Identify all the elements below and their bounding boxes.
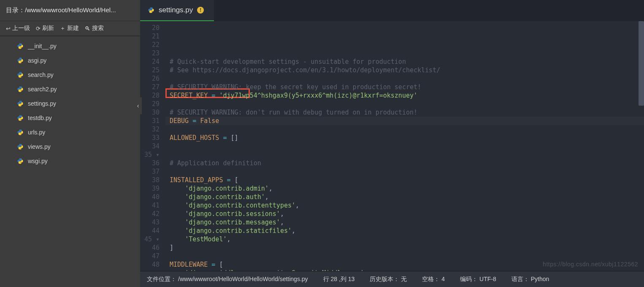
vertical-scrollbar[interactable] — [639, 21, 644, 106]
status-encoding[interactable]: 编码：UTF-8 — [460, 276, 496, 283]
code-line[interactable]: # Quick-start development settings - uns… — [165, 57, 644, 66]
python-icon — [17, 129, 24, 136]
status-language[interactable]: 语言：Python — [511, 276, 549, 283]
code-line[interactable]: # SECURITY WARNING: keep the secret key … — [165, 83, 644, 91]
code-line[interactable] — [165, 142, 644, 150]
code-line[interactable]: 'django.contrib.messages', — [165, 218, 644, 227]
status-indent[interactable]: 空格：4 — [422, 276, 445, 283]
new-label: 新建 — [67, 25, 79, 32]
status-history[interactable]: 历史版本：无 — [370, 276, 407, 283]
code-line[interactable] — [165, 150, 644, 159]
python-icon — [17, 115, 24, 121]
line-number: 24 — [140, 57, 160, 66]
file-item[interactable]: settings.py — [0, 96, 140, 111]
line-number: 44 — [140, 227, 160, 235]
file-name: wsgi.py — [28, 158, 48, 164]
code-line[interactable]: 'django.contrib.sessions', — [165, 210, 644, 218]
line-number: 25 — [140, 66, 160, 74]
line-number: 35 ▾ — [140, 150, 160, 159]
line-number: 34 — [140, 142, 160, 150]
python-icon — [17, 71, 24, 78]
code-line[interactable] — [165, 49, 644, 57]
line-number: 41 — [140, 201, 160, 210]
editor[interactable]: 20212223242526272829303132333435 ▾363738… — [140, 21, 644, 271]
search-label: 搜索 — [92, 25, 104, 32]
file-item[interactable]: testdb.py — [0, 111, 140, 125]
code-line[interactable]: ALLOWED_HOSTS = [] — [165, 134, 644, 142]
line-number: 22 — [140, 41, 160, 49]
python-icon — [148, 7, 154, 14]
code-line[interactable]: 'django.middleware.security.SecurityMidd… — [165, 269, 644, 271]
line-number: 32 — [140, 125, 160, 134]
python-icon — [17, 143, 24, 150]
line-number: 46 — [140, 243, 160, 252]
status-cursor: 行 28 ,列 13 — [323, 276, 355, 283]
code-area[interactable]: # Quick-start development settings - uns… — [165, 21, 644, 271]
file-list: __init__.pyasgi.pysearch.pysearch2.pyset… — [0, 36, 140, 287]
code-line[interactable]: # See https://docs.djangoproject.com/en/… — [165, 66, 644, 74]
code-line[interactable]: 'django.contrib.admin', — [165, 184, 644, 193]
up-label: 上一级 — [12, 25, 30, 32]
code-line[interactable] — [165, 125, 644, 134]
file-name: asgi.py — [28, 57, 46, 64]
refresh-icon: ⟳ — [36, 25, 41, 32]
editor-main: settings.py ! ‹ 202122232425262728293031… — [140, 0, 644, 287]
code-line[interactable]: 'django.contrib.staticfiles', — [165, 227, 644, 235]
code-line[interactable]: MIDDLEWARE = [ — [165, 260, 644, 269]
file-name: search2.py — [28, 86, 57, 93]
code-line[interactable]: SECRET_KEY = 'djy71wp54^hshgax9(y5+rxxx6… — [165, 91, 644, 100]
file-name: urls.py — [28, 129, 45, 136]
python-icon — [17, 158, 24, 164]
line-number: 26 — [140, 74, 160, 83]
file-item[interactable]: __init__.py — [0, 39, 140, 53]
line-gutter: 20212223242526272829303132333435 ▾363738… — [140, 21, 165, 271]
file-item[interactable]: urls.py — [0, 125, 140, 139]
code-line[interactable] — [165, 100, 644, 108]
file-name: search.py — [28, 71, 54, 78]
python-icon — [17, 100, 24, 107]
reply-icon: ↩ — [6, 25, 11, 32]
line-number: 48 — [140, 260, 160, 269]
code-line[interactable]: # Application definition — [165, 159, 644, 167]
search-button[interactable]: 🔍︎搜索 — [85, 25, 104, 32]
line-number: 31 — [140, 117, 160, 125]
code-line[interactable]: 'django.contrib.auth', — [165, 193, 644, 201]
code-line[interactable]: 'django.contrib.contenttypes', — [165, 201, 644, 210]
code-line[interactable]: 'TestModel', — [165, 235, 644, 243]
code-line[interactable] — [165, 74, 644, 83]
line-number: 42 — [140, 210, 160, 218]
code-line[interactable] — [165, 252, 644, 260]
line-number: 20 — [140, 24, 160, 32]
refresh-button[interactable]: ⟳刷新 — [36, 25, 54, 32]
line-number: 21 — [140, 32, 160, 41]
file-name: settings.py — [28, 100, 56, 107]
sidebar-collapse-handle[interactable]: ‹ — [134, 97, 142, 114]
file-item[interactable]: search2.py — [0, 82, 140, 96]
code-line[interactable]: # SECURITY WARNING: don't run with debug… — [165, 108, 644, 117]
code-line[interactable]: INSTALLED_APPS = [ — [165, 176, 644, 184]
line-number: 30 — [140, 108, 160, 117]
line-number: 39 — [140, 184, 160, 193]
code-line[interactable]: ] — [165, 243, 644, 252]
line-number: 23 — [140, 49, 160, 57]
tab-settings[interactable]: settings.py ! — [140, 0, 214, 21]
status-filepath: 文件位置：/www/wwwroot/HelloWorld/HelloWorld/… — [147, 276, 308, 283]
line-number: 40 — [140, 193, 160, 201]
line-number: 36 — [140, 159, 160, 167]
python-icon — [17, 57, 24, 64]
line-number: 28 — [140, 91, 160, 100]
new-button[interactable]: ＋新建 — [60, 25, 79, 32]
code-line[interactable] — [165, 167, 644, 176]
file-item[interactable]: views.py — [0, 139, 140, 154]
file-item[interactable]: search.py — [0, 68, 140, 82]
code-line[interactable]: DEBUG = False — [165, 117, 644, 125]
line-number: 45 ▾ — [140, 235, 160, 243]
line-number: 29 — [140, 100, 160, 108]
up-button[interactable]: ↩上一级 — [6, 25, 30, 32]
file-item[interactable]: asgi.py — [0, 53, 140, 68]
line-number: 37 — [140, 167, 160, 176]
line-number: 47 — [140, 252, 160, 260]
line-number: 27 — [140, 83, 160, 91]
file-item[interactable]: wsgi.py — [0, 154, 140, 168]
line-number: 38 — [140, 176, 160, 184]
